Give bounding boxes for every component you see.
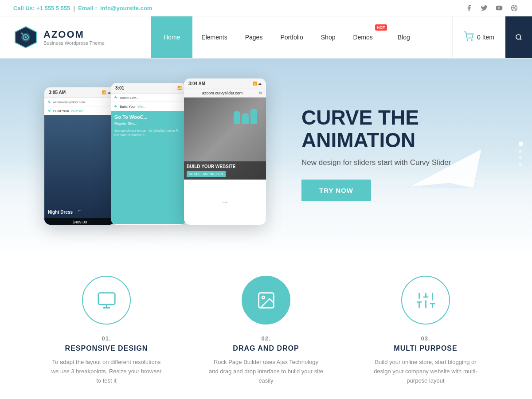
phone2-url: azoom.curv... [120, 96, 138, 99]
logo-text: AZOOM Business Wordpress Theme [43, 29, 105, 46]
cart-label: 0 Item [477, 34, 494, 41]
svg-point-21 [262, 296, 265, 299]
feature-1-desc: To adapt the layout on different resolut… [49, 358, 164, 385]
feature-3-title: MULTI PURPOSE [394, 344, 457, 352]
svg-line-10 [520, 39, 521, 40]
phone2-time: 3:01 [115, 86, 124, 90]
phone1-body: Build Your Website Night Dress ← $489.00 [44, 106, 115, 225]
nav-right: 0 Item [452, 16, 532, 58]
phone3-url: azoom.curvyslider.com [188, 91, 257, 95]
search-button[interactable] [505, 16, 532, 58]
hero-subtitle: New design for sliders start with Curvy … [301, 158, 505, 167]
cart-button[interactable]: 0 Item [452, 16, 505, 58]
email-address: info@yoursite.com [100, 5, 152, 12]
nav-item-portfolio[interactable]: Portfolio [271, 16, 312, 58]
feature-3-desc: Build your online store, start blogging … [368, 358, 483, 385]
logo-area[interactable]: AZOOM Business Wordpress Theme [0, 16, 118, 58]
social-icons [465, 4, 519, 12]
feature-2-number: 02. [261, 335, 270, 342]
phone1-price: $489.00 [44, 218, 115, 225]
feature-icon-multipurpose [401, 276, 450, 325]
phone3-time: 3:04 AM [188, 81, 205, 86]
email-label: Email : [78, 5, 97, 12]
navbar: AZOOM Business Wordpress Theme Home Elem… [0, 16, 532, 59]
nav-item-pages[interactable]: Pages [236, 16, 272, 58]
feature-2-title: DRAG AND DROP [233, 344, 299, 352]
topbar: Call Us: +1 555 5 555 | Email : info@you… [0, 0, 532, 16]
facebook-icon[interactable] [465, 4, 473, 12]
nav-item-shop[interactable]: Shop [312, 16, 344, 58]
nav-item-blog[interactable]: Blog [389, 16, 419, 58]
svg-marker-14 [47, 109, 51, 113]
svg-marker-15 [114, 96, 117, 99]
hero-text: CURVE THE ANIMATION New design for slide… [284, 106, 505, 201]
phone1-url-bar: azoom.curvyslider.com [44, 98, 115, 106]
svg-point-5 [25, 36, 27, 38]
nav-item-demos[interactable]: Demos HOT [344, 16, 388, 58]
feature-1-title: RESPONSIVE DESIGN [65, 344, 148, 352]
svg-point-9 [516, 35, 521, 39]
phone3-image: BUILD YOUR WEBSITE WHILE HAVING FUN [184, 98, 266, 180]
phone1-header: 3:05 AM 📶 ☁ [44, 87, 115, 98]
phone2-header: 3:01 📶 [111, 83, 186, 94]
phone2-url-bar: azoom.curv... [111, 94, 186, 102]
call-label: Call Us: [13, 5, 35, 12]
twitter-icon[interactable] [480, 4, 489, 12]
svg-point-8 [472, 39, 473, 40]
phone2-body: Build Your We... Go To WooC... Regular S… [111, 102, 186, 224]
logo-tagline: Business Wordpress Theme [43, 40, 105, 46]
phone-mockup-1: 3:05 AM 📶 ☁ azoom.curvyslider.com Build … [44, 87, 115, 225]
phone3-url-bar: azoom.curvyslider.com ↻ [184, 89, 266, 98]
features-section: 01. RESPONSIVE DESIGN To adapt the layou… [0, 249, 532, 399]
hero-section: 3:05 AM 📶 ☁ azoom.curvyslider.com Build … [0, 59, 532, 249]
feature-item-3: 03. MULTI PURPOSE Build your online stor… [355, 276, 497, 385]
phone-mockup-2: 3:01 📶 azoom.curv... Build Your We... Go… [111, 83, 186, 225]
try-now-button[interactable]: TRY NOW [301, 180, 371, 201]
feature-2-desc: Rock Page Builder uses Ajax Technology a… [208, 358, 324, 385]
svg-point-7 [467, 39, 468, 40]
contact-info: Call Us: +1 555 5 555 | Email : info@you… [13, 5, 152, 12]
logo-name: AZOOM [43, 29, 105, 40]
nav-item-home[interactable]: Home [151, 16, 192, 58]
phone3-header: 3:04 AM 📶 ☁ [184, 78, 266, 89]
phone-mockup-3: 3:04 AM 📶 ☁ azoom.curvyslider.com ↻ [184, 78, 266, 225]
hot-badge: HOT [375, 24, 387, 31]
phone3-body: BUILD YOUR WEBSITE WHILE HAVING FUN → [184, 98, 266, 224]
cart-icon [464, 31, 473, 43]
feature-item-1: 01. RESPONSIVE DESIGN To adapt the layou… [35, 276, 177, 385]
feature-3-number: 03. [421, 335, 430, 342]
phone2-subtitle: Regular Sho... [114, 121, 183, 126]
nav-item-elements[interactable]: Elements [192, 16, 236, 58]
phone-number: +1 555 5 555 [36, 5, 70, 12]
phone3-overlay: BUILD YOUR WEBSITE WHILE HAVING FUN [184, 161, 266, 180]
phone2-title: Go To WooC... [114, 114, 183, 120]
hero-content: 3:05 AM 📶 ☁ azoom.curvyslider.com Build … [0, 61, 532, 247]
hero-title: CURVE THE ANIMATION [301, 106, 505, 151]
phone-mockups: 3:05 AM 📶 ☁ azoom.curvyslider.com Build … [27, 61, 284, 247]
feature-item-2: 02. DRAG AND DROP Rock Page Builder uses… [195, 276, 337, 385]
feature-1-number: 01. [102, 335, 111, 342]
logo-icon [13, 25, 38, 50]
dribbble-icon[interactable] [510, 4, 519, 12]
svg-marker-13 [47, 100, 51, 104]
phone1-time: 3:05 AM [49, 90, 66, 95]
feature-icon-responsive [82, 276, 131, 325]
phone3-fun-text: WHILE HAVING FUN [187, 171, 226, 177]
feature-icon-dragdrop [242, 276, 290, 325]
phone3-build-text: BUILD YOUR WEBSITE [187, 164, 263, 169]
youtube-icon[interactable] [495, 4, 504, 12]
svg-rect-17 [98, 293, 115, 304]
phone2-desc: You can choose to use... for WooCommerce… [114, 129, 183, 137]
svg-marker-16 [114, 105, 117, 108]
nav-menu: Home Elements Pages Portfolio Shop Demos… [118, 16, 452, 58]
phone1-url: azoom.curvyslider.com [53, 101, 85, 104]
